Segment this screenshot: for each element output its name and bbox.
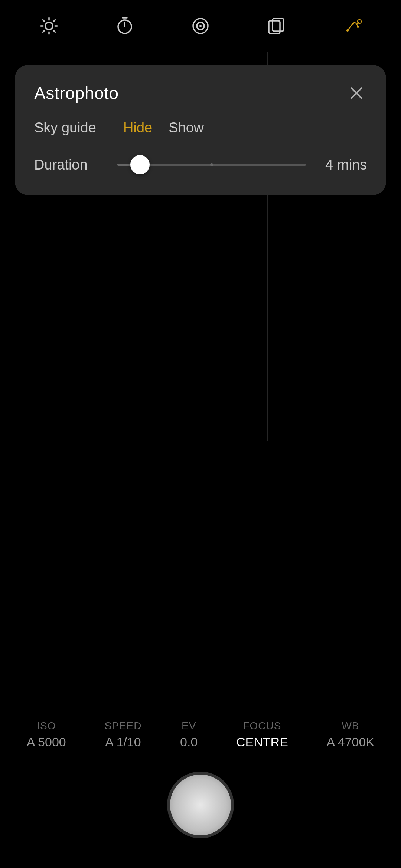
wb-param[interactable]: WB A 4700K xyxy=(327,720,375,749)
show-option[interactable]: Show xyxy=(169,120,204,136)
camera-params: ISO A 5000 SPEED A 1/10 EV 0.0 FOCUS CEN… xyxy=(0,720,401,749)
focus-label: FOCUS xyxy=(243,720,281,732)
astro-icon[interactable] xyxy=(339,13,365,39)
speed-value: A 1/10 xyxy=(105,735,141,749)
slider-thumb[interactable] xyxy=(130,155,150,174)
toggle-options: Hide Show xyxy=(123,120,204,136)
astrophoto-panel: Astrophoto Sky guide Hide Show Duration … xyxy=(15,65,386,195)
speed-label: SPEED xyxy=(104,720,141,732)
wb-value: A 4700K xyxy=(327,735,375,749)
sky-guide-row: Sky guide Hide Show xyxy=(34,120,367,136)
iso-value: A 5000 xyxy=(27,735,66,749)
svg-point-0 xyxy=(45,22,53,30)
timer-icon[interactable] xyxy=(112,13,138,39)
copy-icon[interactable] xyxy=(263,13,289,39)
speed-param[interactable]: SPEED A 1/10 xyxy=(104,720,141,749)
duration-row: Duration 4 mins xyxy=(34,154,367,176)
top-toolbar xyxy=(0,0,401,52)
duration-label: Duration xyxy=(34,157,108,173)
wb-label: WB xyxy=(342,720,359,732)
ev-param[interactable]: EV 0.0 xyxy=(180,720,198,749)
iso-label: ISO xyxy=(37,720,56,732)
panel-header: Astrophoto xyxy=(34,83,367,103)
settings-icon[interactable] xyxy=(36,13,62,39)
bottom-controls: ISO A 5000 SPEED A 1/10 EV 0.0 FOCUS CEN… xyxy=(0,720,401,772)
ev-value: 0.0 xyxy=(180,735,198,749)
shutter-button[interactable] xyxy=(167,772,234,838)
focus-param[interactable]: FOCUS CENTRE xyxy=(236,720,288,749)
close-button[interactable] xyxy=(346,83,367,103)
focus-value: CENTRE xyxy=(236,735,288,749)
iso-param[interactable]: ISO A 5000 xyxy=(27,720,66,749)
svg-point-4 xyxy=(199,25,202,27)
ev-label: EV xyxy=(182,720,196,732)
sky-guide-label: Sky guide xyxy=(34,120,116,136)
panel-title: Astrophoto xyxy=(34,83,118,103)
mode-icon[interactable] xyxy=(188,13,213,39)
shutter-area xyxy=(167,772,234,838)
duration-value: 4 mins xyxy=(315,157,367,173)
duration-slider[interactable] xyxy=(117,154,306,176)
hide-option[interactable]: Hide xyxy=(123,120,152,136)
